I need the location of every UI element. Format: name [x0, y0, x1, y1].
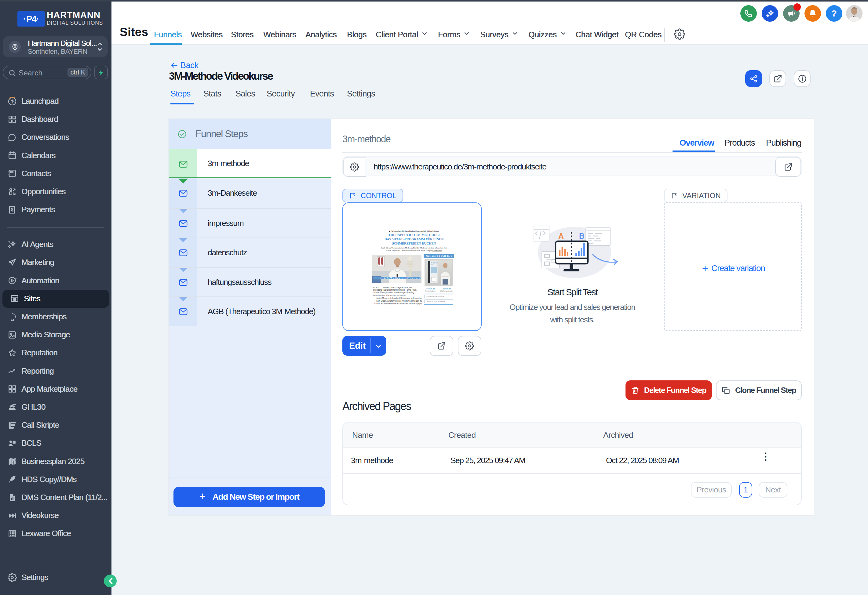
svg-text:B: B	[579, 232, 585, 240]
svg-text:A: A	[558, 232, 564, 240]
